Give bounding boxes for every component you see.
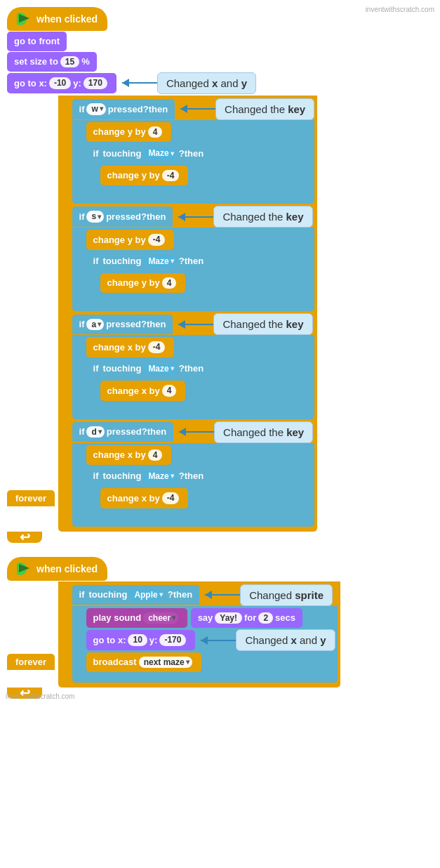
if-s2-apple-dropdown[interactable]: Apple (129, 589, 165, 600)
if2-change-y: change y by -4 (86, 230, 175, 249)
if3-footer (72, 412, 315, 419)
forever-body-1: if w pressed? then Changed the key (58, 96, 318, 532)
if4-sprite-dropdown[interactable]: Maze (143, 471, 176, 482)
if1-change-y-val: 4 (148, 126, 163, 138)
if3-change-x: change x by -4 (86, 337, 175, 357)
if3-body: change x by -4 if touching Maze ? then (72, 335, 315, 412)
if-s2-1-wrapper: if touching Apple ? then Changed sprite (72, 584, 338, 683)
ann-if3: Changed the key (213, 313, 312, 335)
if4-change-x: change x by 4 (86, 445, 172, 465)
if1-inner-header: if touching Maze ? then (86, 143, 211, 163)
if1-change-y: change y by 4 (86, 122, 172, 142)
if2-key-dropdown[interactable]: s (86, 211, 104, 222)
section-1: when clicked go to front set size to 15 … (7, 7, 433, 543)
if-s2-1-header-row: if touching Apple ? then Changed sprite (72, 584, 338, 606)
if3-inner-body: change x by 4 (86, 379, 313, 402)
if3-sprite-dropdown[interactable]: Maze (143, 363, 176, 374)
ann-goto-xy: Changed x and y (157, 72, 256, 94)
if2-inner-footer (86, 295, 313, 302)
if3-change-x-val: -4 (148, 341, 166, 353)
if3-inner-header: if touching Maze ? then (86, 359, 211, 379)
ann-s2-if1: Changed sprite (240, 584, 333, 606)
forever-block-2: forever (7, 654, 55, 670)
goto-x-value: -10 (49, 77, 71, 88)
if3-inner-wrapper: if touching Maze ? then change x by 4 (86, 359, 313, 410)
if-block-2-wrapper: if s pressed? then Changed the key ch (72, 206, 315, 311)
s2-goto-y-val: -170 (159, 634, 186, 645)
forever-body-2: if touching Apple ? then Changed sprite (58, 581, 340, 688)
if1-body: change y by 4 if touching Maze ? then (72, 120, 315, 197)
if2-inner-header: if touching Maze ? then (86, 251, 211, 271)
forever-end-1: ↩ (7, 532, 433, 543)
if-s2-1-body: play sound cheer say Yay! for 2 secs (72, 606, 338, 676)
ann-if4: Changed the key (214, 421, 313, 443)
if-s2-1-header: if touching Apple ? then (72, 585, 200, 605)
if4-body: change x by 4 if touching Maze ? then (72, 443, 315, 520)
ann-s2-goto-connector: Changed x and y (201, 629, 335, 651)
watermark-bottom: inventwithscratch.com (6, 692, 74, 700)
if2-inner-wrapper: if touching Maze ? then change y by 4 (86, 251, 313, 303)
say-block: say Yay! for 2 secs (191, 608, 302, 628)
if4-header: if d pressed? then (72, 422, 174, 442)
if1-sprite-dropdown[interactable]: Maze (143, 147, 176, 159)
if1-key-dropdown[interactable]: w (86, 103, 105, 114)
hat-block-2: when clicked (7, 557, 107, 581)
play-sound-dropdown[interactable]: cheer (143, 612, 178, 624)
if4-inner-change-x-val: -4 (162, 492, 180, 504)
if3-key-dropdown[interactable]: a (86, 319, 104, 330)
ann-if2: Changed the key (213, 206, 312, 228)
forever-end-icon-1: ↩ (7, 532, 42, 543)
play-sound-block: play sound cheer (86, 608, 188, 628)
goto-front-block: go to front (7, 32, 67, 51)
if2-sprite-dropdown[interactable]: Maze (143, 256, 176, 267)
hat-block-1: when clicked (7, 7, 107, 31)
if1-inner-change-y: change y by -4 (100, 166, 189, 185)
goto-xy-row: go to x: -10 y: 170 Changed x and y (7, 72, 433, 94)
s2-goto-xy-block: go to x: 10 y: -170 (86, 630, 196, 650)
if-block-3-wrapper: if a pressed? then Changed the key ch (72, 313, 315, 419)
section-2: when clicked forever if touching Apple ?… (7, 557, 433, 699)
if1-inner-change-y-val: -4 (162, 170, 180, 181)
if4-inner-wrapper: if touching Maze ? then change x by -4 (86, 466, 313, 518)
if1-inner-wrapper: if touching Maze ? then change y by -4 (86, 143, 313, 195)
goto-y-value: 170 (84, 77, 107, 88)
if4-header-row: if d pressed? then Changed the key (72, 421, 315, 443)
ann-if2-connector: Changed the key (178, 206, 312, 228)
flag-icon-2 (17, 562, 32, 576)
if1-header: if w pressed? then (72, 99, 175, 119)
if2-header-row: if s pressed? then Changed the key (72, 206, 315, 228)
if2-body: change y by -4 if touching Maze ? then (72, 228, 315, 304)
ann-if3-connector: Changed the key (178, 313, 312, 335)
if2-footer (72, 304, 315, 311)
if2-header: if s pressed? then (72, 206, 173, 226)
if-s2-1-footer (72, 676, 338, 683)
if3-inner-footer (86, 403, 313, 410)
ann-if4-connector: Changed the key (179, 421, 313, 443)
if1-inner-footer (86, 188, 313, 195)
ann-arrow-line (122, 82, 157, 84)
ann-s2-goto-xy: Changed x and y (236, 629, 335, 651)
s2-goto-xy-row: go to x: 10 y: -170 Changed x and y (86, 629, 335, 651)
if4-inner-header: if touching Maze ? then (86, 466, 211, 486)
if2-change-y-val: -4 (148, 234, 166, 245)
s2-goto-x-val: 10 (128, 634, 147, 645)
if4-inner-change-x: change x by -4 (100, 488, 189, 508)
if2-inner-body: change y by 4 (86, 271, 313, 295)
if4-footer (72, 520, 315, 527)
if2-inner-change-y-val: 4 (162, 277, 177, 289)
section-divider (7, 543, 433, 557)
say-for-val: 2 (258, 612, 273, 624)
broadcast-block: broadcast next maze (86, 652, 201, 672)
broadcast-dropdown[interactable]: next maze (139, 657, 192, 668)
if3-header-row: if a pressed? then Changed the key (72, 313, 315, 335)
if1-footer (72, 197, 315, 204)
if2-inner-change-y: change y by 4 (100, 273, 186, 293)
set-size-block: set size to 15 % (7, 52, 97, 72)
ann-if1: Changed the key (215, 98, 314, 120)
flag-icon-1 (17, 12, 32, 26)
ann-if1-connector: Changed the key (180, 98, 314, 120)
if4-key-dropdown[interactable]: d (86, 426, 104, 438)
if3-header: if a pressed? then (72, 315, 173, 334)
forever-block-1: forever (7, 490, 55, 506)
if4-inner-body: change x by -4 (86, 486, 313, 510)
